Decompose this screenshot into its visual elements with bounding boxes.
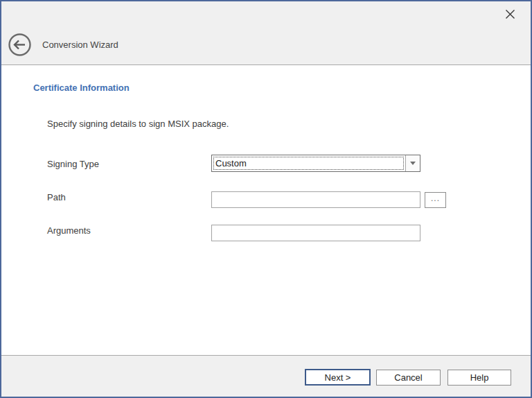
signing-type-label: Signing Type	[47, 159, 99, 169]
wizard-window: Conversion Wizard Certificate Informatio…	[0, 0, 532, 398]
next-button[interactable]: Next >	[305, 369, 371, 386]
chevron-down-icon	[410, 162, 416, 165]
back-arrow-icon	[8, 33, 31, 56]
cancel-button[interactable]: Cancel	[376, 370, 441, 386]
browse-ellipsis-icon: ...	[431, 193, 440, 203]
arguments-label: Arguments	[47, 225, 91, 236]
signing-type-value: Custom	[215, 155, 247, 171]
back-button[interactable]	[8, 33, 31, 56]
page-title: Certificate Information	[33, 83, 130, 93]
close-x-glyph	[505, 9, 515, 19]
wizard-title: Conversion Wizard	[42, 33, 118, 56]
page-description: Specify signing details to sign MSIX pac…	[47, 119, 229, 129]
signing-type-dropdown[interactable]: Custom	[211, 155, 420, 172]
close-icon[interactable]	[502, 6, 518, 22]
help-button[interactable]: Help	[447, 370, 511, 386]
arguments-input[interactable]	[211, 225, 420, 241]
dropdown-arrow-button[interactable]	[405, 155, 420, 171]
path-label: Path	[47, 192, 66, 202]
wizard-body	[1, 66, 531, 353]
wizard-header: Conversion Wizard	[1, 1, 531, 65]
browse-button[interactable]: ...	[425, 192, 446, 208]
path-input[interactable]	[211, 191, 420, 208]
